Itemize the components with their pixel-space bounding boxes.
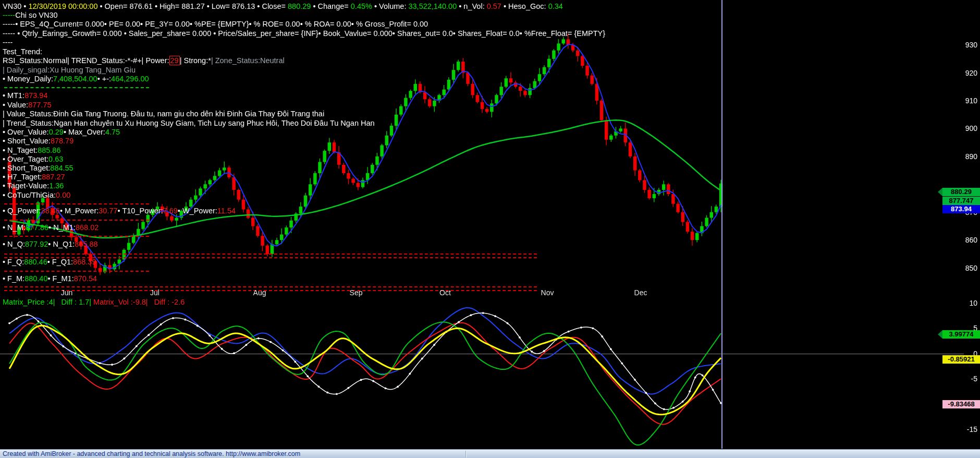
- overlay-line: | Daily_singal:Xu Huong Tang_Nam Giu: [3, 66, 136, 74]
- overlay-segment: 38.46: [41, 207, 60, 215]
- overlay-segment: • +-:: [97, 75, 111, 83]
- overlay-segment: • F_Q:: [3, 258, 24, 266]
- price-axis-label: 850: [965, 264, 977, 272]
- separator-line: [4, 203, 149, 204]
- overlay-line: • Over_Value:0.29• Max_Over:4.75: [3, 128, 120, 136]
- overlay-line: VN30 • 12/30/2019 00:00:00 • Open= 876.6…: [3, 2, 563, 10]
- overlay-line: • Short_Taget:884.55: [3, 164, 74, 172]
- marker-arrow-icon: [938, 330, 942, 339]
- overlay-segment: | Strong:*: [180, 56, 211, 65]
- overlay-segment: • MT1:: [3, 91, 24, 100]
- overlay-line: • N_M:877.86• N_M1:868.02: [3, 223, 99, 232]
- overlay-line: ----: [3, 38, 13, 46]
- separator-line: [4, 286, 537, 291]
- overlay-segment: 868.02: [76, 223, 99, 232]
- overlay-segment: 870.54: [74, 274, 97, 283]
- overlay-segment: • N_M1:: [48, 223, 76, 232]
- overlay-segment: ----: [3, 38, 13, 46]
- overlay-line: • Taget-Value:1.36: [3, 182, 64, 190]
- overlay-segment: • Volume:: [372, 2, 409, 10]
- overlay-segment: VN30 •: [3, 2, 28, 10]
- overlay-segment: • M_Power:: [60, 207, 99, 215]
- overlay-segment: • F_Q1:: [47, 258, 73, 266]
- x-axis-month-label: Sep: [350, 288, 363, 297]
- overlay-segment: • Over_Value:: [3, 128, 49, 136]
- overlay-segment: • N_Q1:: [48, 240, 75, 248]
- x-axis-month-label: Nov: [541, 288, 554, 297]
- overlay-line: • MT1:873.94: [3, 91, 48, 100]
- overlay-line: RSI_Status:Normal| TREND_Status:-*-#+| P…: [3, 56, 285, 65]
- overlay-line: • CoTuc/ThiGia:0.00: [3, 191, 70, 199]
- overlay-segment: 12/30/2019 00:00:00: [28, 2, 97, 10]
- oscillator-axis-label: 10: [969, 299, 977, 307]
- status-bar: Created with AmiBroker - advanced charti…: [0, 449, 980, 458]
- overlay-segment: Matrix_Vol :-9.8|: [91, 298, 148, 306]
- overlay-line: • N_Taget:885.86: [3, 146, 61, 154]
- overlay-line: -----Chi so VN30: [3, 11, 58, 19]
- overlay-line: • Short_Value:878.79: [3, 137, 74, 145]
- overlay-line: • Value:877.75: [3, 101, 52, 109]
- price-axis-label: 930: [965, 41, 977, 49]
- overlay-segment: 29: [169, 56, 180, 65]
- overlay-segment: • N_M:: [3, 223, 26, 232]
- overlay-segment: 7,408,504.00: [53, 75, 97, 83]
- overlay-line: • F_M:880.40• F_M1:870.54: [3, 274, 97, 283]
- overlay-segment: Zone_Status:Neutral: [215, 56, 285, 65]
- overlay-segment: 33,522,140.00: [408, 2, 457, 10]
- x-axis-month-label: Jul: [150, 288, 160, 297]
- price-axis-label: 900: [965, 124, 977, 132]
- overlay-segment: Diff : 1.7|: [55, 298, 91, 306]
- overlay-segment: | Daily_singal:Xu Huong Tang_Nam Giu: [3, 66, 136, 74]
- price-axis-label: 860: [965, 236, 977, 244]
- overlay-line: | Value_Status:Đinh Gia Tang Truong. Đâu…: [3, 110, 324, 118]
- overlay-segment: 880.46: [24, 258, 47, 266]
- overlay-segment: 0.63: [48, 155, 63, 163]
- overlay-segment: • W_Power:: [178, 207, 217, 215]
- price-marker: 877.747: [942, 197, 980, 205]
- status-bar-text: Created with AmiBroker - advanced charti…: [3, 450, 300, 457]
- overlay-segment: • Q_Power:: [3, 207, 41, 215]
- overlay-segment: • Value:: [3, 101, 28, 109]
- oscillator-marker: 3.99774: [942, 330, 980, 339]
- overlay-segment: -----: [3, 11, 15, 19]
- overlay-segment: 885.86: [38, 146, 60, 154]
- separator-line: [4, 87, 149, 88]
- overlay-segment: • Open= 876.61 • High= 881.27 • Low= 876…: [97, 2, 288, 10]
- overlay-segment: Test_Trend:: [3, 47, 42, 56]
- overlay-line: ----- • Qtrly_Earings_Growth= 0.000 • Sa…: [3, 29, 605, 38]
- overlay-segment: • N_Q:: [3, 240, 25, 248]
- status-bar-divider: [466, 451, 466, 457]
- x-axis-month-label: Oct: [439, 288, 451, 297]
- overlay-segment: 0.57: [487, 2, 501, 10]
- overlay-segment: 464,296.00: [111, 75, 149, 83]
- overlay-segment: 880.40: [24, 274, 47, 283]
- overlay-line: -----• EPS_4Q_Current= 0.000• PE= 0.00• …: [3, 20, 428, 28]
- overlay-segment: • Change=: [311, 2, 350, 10]
- overlay-segment: 0.29: [49, 128, 64, 136]
- overlay-line: • Over_Taget:0.63: [3, 155, 63, 163]
- overlay-segment: • Taget-Value:: [3, 182, 49, 190]
- overlay-segment: | Trend_Status:Ngan Han chuyên tu Xu Huo…: [3, 119, 375, 127]
- overlay-segment: 873.94: [24, 91, 47, 100]
- overlay-segment: 877.86: [26, 223, 48, 232]
- amibroker-window: VN30 • 12/30/2019 00:00:00 • Open= 876.6…: [0, 0, 980, 458]
- chart-canvas[interactable]: [0, 0, 980, 458]
- price-axis-label: 910: [965, 97, 977, 105]
- overlay-segment: 7.69: [163, 207, 178, 215]
- overlay-segment: 877.75: [28, 101, 51, 109]
- overlay-line: Test_Trend:: [3, 47, 42, 56]
- overlay-line: • Q_Power:38.46• M_Power:30.77• T10_Powe…: [3, 207, 236, 215]
- overlay-segment: 0.45%: [351, 2, 372, 10]
- overlay-line: • F_Q:880.46• F_Q1:868.39: [3, 258, 96, 266]
- overlay-segment: 30.77: [99, 207, 117, 215]
- oscillator-axis-label: -15: [967, 425, 977, 433]
- price-marker: 873.94: [942, 205, 980, 213]
- overlay-segment: • Short_Value:: [3, 137, 51, 145]
- overlay-segment: -----• EPS_4Q_Current= 0.000• PE= 0.00• …: [3, 20, 428, 28]
- overlay-segment: 877.92: [25, 240, 48, 248]
- overlay-segment: • T10_Power:: [118, 207, 163, 215]
- overlay-segment: 0.34: [548, 2, 563, 10]
- separator-line: [4, 271, 149, 272]
- overlay-segment: 1.36: [49, 182, 64, 190]
- overlay-line: • H7_Taget:887.27: [3, 173, 65, 181]
